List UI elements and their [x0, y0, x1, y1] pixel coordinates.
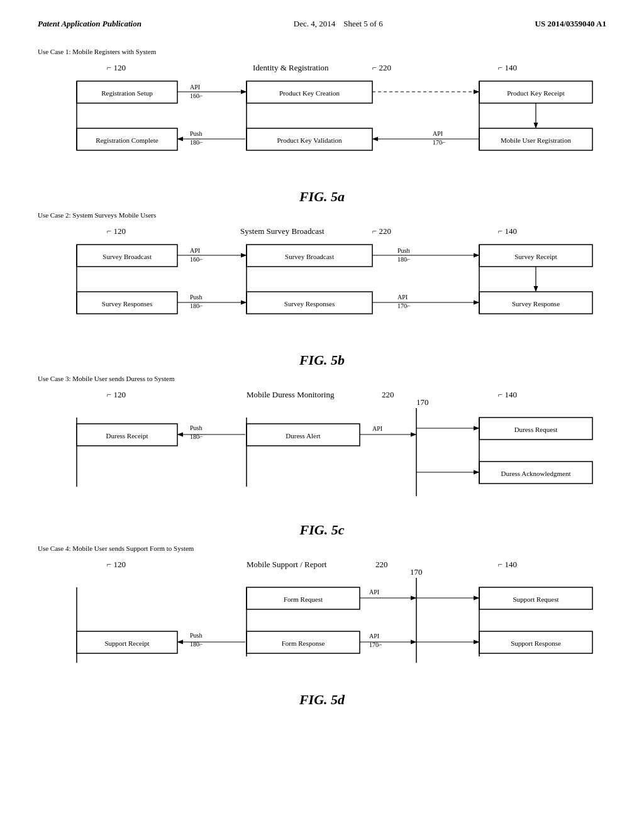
label-push-180b-bot: Push — [190, 294, 202, 301]
label-120c: ⌐ 120 — [107, 390, 126, 399]
text-survey-broadcast-mid: Survey Broadcast — [285, 253, 334, 260]
use-case-label-5c: Use Case 3: Mobile User sends Duress to … — [38, 375, 606, 382]
text-pk-creation: Product Key Creation — [279, 89, 340, 97]
fig5d-diagram: ⌐ 120 Mobile Support / Report 220 170 ⌐ … — [38, 556, 606, 688]
label-170d-bot: 170⌐ — [369, 641, 382, 648]
label-160a: 160⌐ — [190, 92, 203, 99]
header-date: Dec. 4, 2014 — [294, 19, 335, 28]
label-180b-top: 180⌐ — [397, 256, 411, 263]
label-180d: 180⌐ — [190, 641, 203, 648]
text-mobile-reg: Mobile User Registration — [501, 136, 571, 144]
label-220d: 220 — [375, 560, 388, 569]
label-220b: ⌐ 220 — [372, 226, 391, 236]
label-220a: ⌐ 220 — [372, 63, 391, 72]
text-pk-receipt: Product Key Receipt — [507, 89, 565, 97]
header-left: Patent Application Publication — [38, 19, 142, 29]
text-reg-setup: Registration Setup — [101, 89, 153, 97]
header-sheet: Sheet 5 of 6 — [343, 19, 382, 28]
label-180c: 180⌐ — [190, 433, 203, 440]
label-api-5c: API — [372, 425, 382, 432]
use-case-label-5d: Use Case 4: Mobile User sends Support Fo… — [38, 545, 606, 552]
label-140c: ⌐ 140 — [498, 390, 517, 399]
label-180b-bot: 180⌐ — [190, 302, 203, 309]
text-pk-validation: Product Key Validation — [277, 136, 342, 144]
label-140d: ⌐ 140 — [498, 560, 517, 569]
text-duress-request: Duress Request — [514, 426, 558, 433]
use-case-label-5b: Use Case 2: System Surveys Mobile Users — [38, 211, 606, 219]
fig5d-label: FIG. 5d — [38, 692, 606, 708]
text-survey-responses-left: Survey Responses — [102, 300, 152, 307]
label-140b: ⌐ 140 — [498, 226, 517, 236]
text-survey-receipt: Survey Receipt — [514, 253, 557, 260]
label-180a: 180⌐ — [190, 139, 203, 146]
label-220c: 220 — [382, 390, 394, 399]
label-170b: 170⌐ — [397, 302, 411, 309]
fig5d-section: Use Case 4: Mobile User sends Support Fo… — [38, 545, 606, 708]
fig5a-section: Use Case 1: Mobile Registers with System… — [38, 48, 606, 205]
label-api-top-5d: API — [369, 589, 379, 595]
label-170d: 170 — [410, 567, 423, 577]
fig5c-diagram: ⌐ 120 Mobile Duress Monitoring 220 170 ⌐… — [38, 386, 606, 518]
text-support-response: Support Response — [511, 639, 561, 647]
label-120d: ⌐ 120 — [107, 560, 126, 569]
label-push-180b-top: Push — [397, 247, 409, 254]
text-duress-ack: Duress Acknowledgment — [501, 470, 571, 477]
label-mobile-duress: Mobile Duress Monitoring — [247, 390, 335, 399]
header-center: Dec. 4, 2014 Sheet 5 of 6 — [294, 19, 383, 29]
fig5b-diagram: ⌐ 120 System Survey Broadcast ⌐ 220 ⌐ 14… — [38, 223, 606, 348]
text-duress-receipt: Duress Receipt — [106, 432, 148, 440]
page-header: Patent Application Publication Dec. 4, 2… — [38, 19, 606, 29]
label-mobile-support: Mobile Support / Report — [247, 560, 327, 569]
label-120b: ⌐ 120 — [107, 226, 126, 236]
label-api-170a: API — [433, 130, 443, 137]
fig5b-label: FIG. 5b — [38, 352, 606, 368]
fig5c-section: Use Case 3: Mobile User sends Duress to … — [38, 375, 606, 538]
label-system-survey: System Survey Broadcast — [240, 226, 325, 236]
label-api-bot-5d: API — [369, 633, 379, 639]
label-push-5d: Push — [190, 632, 202, 639]
fig5a-diagram: ⌐ 120 Identity & Registration ⌐ 220 ⌐ 14… — [38, 59, 606, 185]
label-120a: ⌐ 120 — [107, 63, 126, 72]
label-api-160b: API — [190, 247, 200, 254]
text-support-request: Support Request — [513, 595, 558, 603]
fig5c-label: FIG. 5c — [38, 522, 606, 538]
text-survey-responses-mid: Survey Responses — [284, 300, 335, 307]
label-api-160a: API — [190, 84, 200, 91]
label-identity-reg: Identity & Registration — [253, 63, 329, 72]
text-form-response: Form Response — [282, 639, 325, 647]
text-survey-broadcast-left: Survey Broadcast — [103, 253, 152, 260]
header-right: US 2014/0359040 A1 — [535, 19, 606, 29]
label-160b: 160⌐ — [190, 256, 203, 263]
text-support-receipt: Support Receipt — [104, 639, 149, 647]
label-140a: ⌐ 140 — [498, 63, 517, 72]
text-survey-response-right: Survey Response — [512, 300, 560, 307]
text-reg-complete: Registration Complete — [96, 136, 158, 144]
label-api-170b: API — [397, 294, 408, 301]
label-push-180a: Push — [190, 130, 202, 137]
label-170c: 170 — [416, 397, 429, 407]
text-form-request: Form Request — [284, 595, 323, 603]
fig5b-section: Use Case 2: System Surveys Mobile Users … — [38, 211, 606, 368]
fig5a-label: FIG. 5a — [38, 189, 606, 205]
label-170a: 170⌐ — [433, 139, 446, 146]
use-case-label-5a: Use Case 1: Mobile Registers with System — [38, 48, 606, 55]
page: Patent Application Publication Dec. 4, 2… — [0, 0, 644, 830]
label-push-5c: Push — [190, 424, 202, 431]
text-duress-alert: Duress Alert — [286, 432, 320, 440]
